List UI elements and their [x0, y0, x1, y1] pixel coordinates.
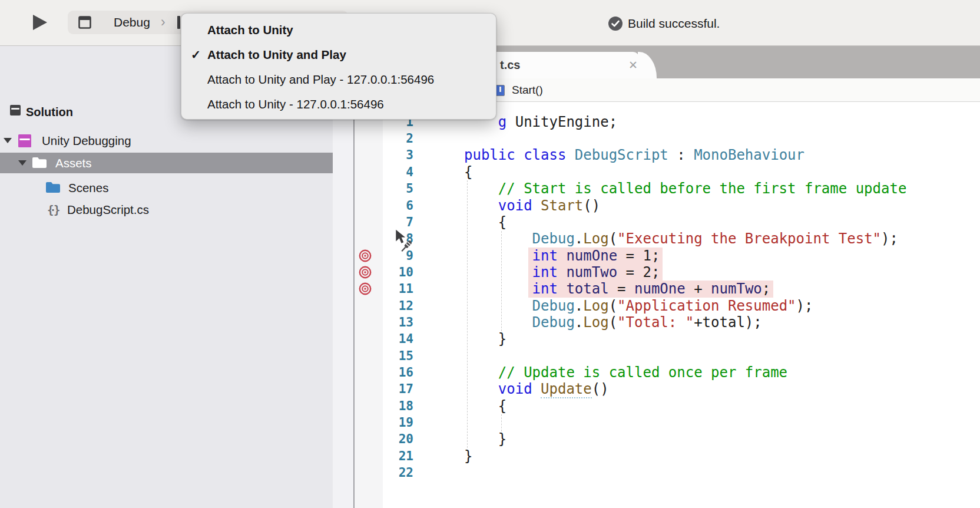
code-token — [464, 381, 498, 397]
code-line[interactable]: int numTwo = 2; — [464, 264, 906, 281]
menu-item-label: Attach to Unity — [207, 18, 293, 42]
line-number[interactable]: 7 — [355, 214, 413, 230]
code-line[interactable]: int numOne = 1; — [464, 248, 906, 264]
code-line[interactable]: void Update() — [464, 381, 906, 397]
line-number[interactable]: 3 — [355, 147, 413, 163]
run-configuration-label: Debug — [114, 11, 150, 34]
code-line[interactable] — [464, 130, 906, 147]
code-token: int — [532, 281, 558, 297]
code-token: Debug — [532, 314, 575, 331]
code-token: +total); — [694, 314, 762, 331]
code-token: "Executing the Breakpoint Test" — [617, 230, 881, 247]
code-token: } — [464, 448, 472, 464]
line-number[interactable]: 16 — [355, 364, 413, 381]
code-token: ( — [609, 230, 617, 247]
code-token: Debug — [532, 230, 575, 247]
line-number[interactable]: 21 — [355, 448, 413, 464]
code-token — [558, 248, 566, 264]
code-line[interactable]: void Start() — [464, 197, 906, 214]
code-token: = — [609, 281, 634, 297]
code-line[interactable]: public class DebugScript : MonoBehaviour — [464, 147, 906, 163]
disclosure-triangle-icon[interactable] — [4, 138, 12, 143]
build-status-icon — [608, 17, 623, 31]
breadcrumb-method[interactable]: Start() — [512, 78, 543, 101]
code-token: numTwo — [711, 281, 762, 297]
code-token: ); — [796, 298, 813, 314]
menu-item-label: Attach to Unity and Play — [207, 42, 346, 67]
code-token — [464, 314, 532, 331]
code-line[interactable]: // Update is called once per frame — [464, 364, 906, 381]
code-token: Update — [541, 381, 592, 398]
code-token: () — [583, 197, 600, 214]
menu-item[interactable]: Attach to Unity — [181, 18, 496, 42]
folder-white-icon — [32, 156, 47, 171]
code-line[interactable]: } — [464, 431, 906, 447]
line-number[interactable]: 19 — [355, 414, 413, 431]
line-number[interactable]: 11 — [355, 281, 413, 297]
code-token — [464, 281, 532, 297]
menu-item[interactable]: Attach to Unity - 127.0.0.1:56496 — [181, 92, 496, 117]
menu-item[interactable]: ✓Attach to Unity and Play — [181, 42, 496, 67]
code-line[interactable]: // Start is called before the first fram… — [464, 180, 906, 197]
code-token: Log — [583, 230, 608, 247]
code-line[interactable]: g UnityEngine; — [464, 114, 906, 130]
line-number[interactable]: 6 — [355, 197, 413, 214]
code-line[interactable]: Debug.Log("Total: "+total); — [464, 314, 906, 331]
code-token: { — [464, 164, 472, 180]
code-token: () — [592, 381, 609, 397]
tab-close-icon[interactable]: ✕ — [625, 52, 641, 78]
code-line[interactable]: { — [464, 164, 906, 180]
tree-item-debugscript-cs[interactable]: { } DebugScript.cs — [0, 199, 333, 220]
code-line[interactable]: } — [464, 331, 906, 347]
code-token: } — [464, 431, 506, 447]
code-token: "Application Resumed" — [617, 298, 796, 314]
code-token: class — [524, 147, 566, 163]
code-token: ; — [762, 281, 770, 297]
disclosure-triangle-icon[interactable] — [18, 160, 27, 166]
code-line[interactable]: } — [464, 448, 906, 464]
line-number[interactable]: 14 — [355, 331, 413, 347]
line-number[interactable]: 2 — [355, 130, 413, 147]
code-token: void — [498, 197, 532, 214]
line-number[interactable]: 18 — [355, 398, 413, 414]
code-token: ( — [609, 314, 617, 331]
checkmark-icon: ✓ — [191, 42, 207, 67]
code-lines[interactable]: g UnityEngine;public class DebugScript :… — [464, 114, 906, 481]
code-token: ( — [609, 298, 617, 314]
line-number[interactable]: 20 — [355, 431, 413, 447]
code-line[interactable]: Debug.Log("Executing the Breakpoint Test… — [464, 230, 906, 247]
code-line[interactable] — [464, 348, 906, 364]
code-line[interactable]: Debug.Log("Application Resumed"); — [464, 298, 906, 314]
line-number[interactable]: 5 — [355, 180, 413, 197]
code-token — [532, 381, 541, 397]
window-icon — [78, 16, 91, 29]
code-token: ); — [881, 230, 898, 247]
line-number[interactable]: 22 — [355, 464, 413, 481]
code-token: MonoBehaviour — [694, 147, 804, 163]
code-line[interactable]: int total = numOne + numTwo; — [464, 281, 906, 297]
code-token — [515, 147, 524, 163]
code-line[interactable]: { — [464, 214, 906, 230]
line-number[interactable]: 10 — [355, 264, 413, 281]
code-token: . — [575, 230, 583, 247]
code-token: = 2; — [617, 264, 660, 281]
line-number[interactable]: 13 — [355, 314, 413, 331]
code-token — [464, 197, 498, 214]
tree-item-scenes[interactable]: Scenes — [0, 177, 333, 198]
code-line[interactable] — [464, 414, 906, 431]
line-numbers[interactable]: 12345678910111213141516171819202122 — [355, 114, 413, 481]
folder-blue-icon — [45, 181, 61, 196]
tree-item-assets[interactable]: Assets — [0, 153, 333, 173]
line-number[interactable]: 4 — [355, 164, 413, 180]
code-line[interactable] — [464, 464, 906, 481]
code-token: // Start is called before the first fram… — [498, 180, 907, 197]
code-token — [566, 147, 574, 163]
tree-item-unity-debugging[interactable]: Unity Debugging — [0, 130, 333, 151]
menu-item[interactable]: Attach to Unity and Play - 127.0.0.1:564… — [181, 67, 496, 92]
line-number[interactable]: 17 — [355, 381, 413, 397]
run-button[interactable] — [32, 14, 48, 31]
code-token: : — [668, 147, 694, 163]
code-line[interactable]: { — [464, 398, 906, 414]
line-number[interactable]: 12 — [355, 298, 413, 314]
line-number[interactable]: 15 — [355, 348, 413, 364]
